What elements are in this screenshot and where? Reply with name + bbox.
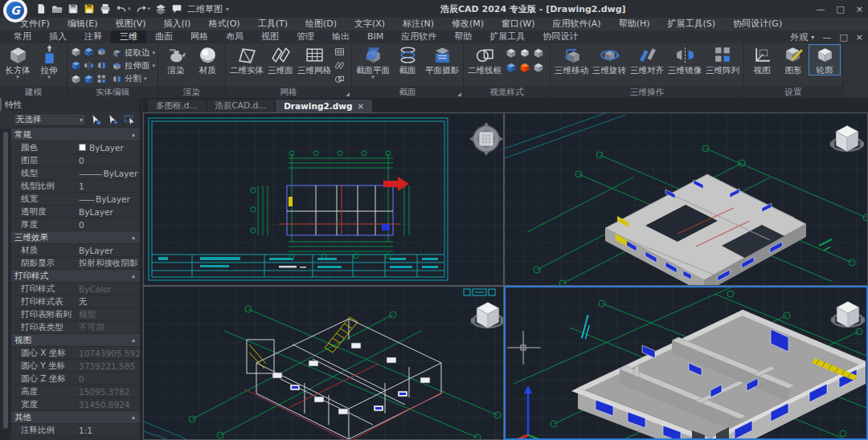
close-button[interactable]: × xyxy=(856,4,863,14)
qat-button[interactable]: ▾ xyxy=(116,3,131,14)
property-row[interactable]: 阴影显示 投射和接收阴影 xyxy=(11,257,140,270)
ribbon-tab[interactable]: BIM xyxy=(358,31,392,43)
menu-item[interactable]: 应用软件(A) xyxy=(544,18,610,31)
ribbon-close-button[interactable]: × xyxy=(856,32,863,43)
ribbon-tab[interactable]: 布局 xyxy=(217,31,252,43)
ribbon-minimize-button[interactable]: — xyxy=(822,32,831,43)
ribbon-tab[interactable]: 视图 xyxy=(252,31,288,43)
ribbon-button[interactable]: 三维网格▾ xyxy=(296,45,333,75)
viewport-3d-shaded-top[interactable] xyxy=(504,112,868,286)
property-row[interactable]: 线型比例 1 xyxy=(11,180,140,193)
qat-button[interactable]: ▾ xyxy=(136,3,151,14)
qat-button[interactable]: ▾ xyxy=(35,3,47,14)
property-row[interactable]: 材质 ByLayer xyxy=(11,244,140,257)
menu-item[interactable]: 工具(T) xyxy=(249,18,297,31)
workspace-switcher[interactable]: 二维草图 ▾ xyxy=(187,3,229,15)
menu-item[interactable]: 帮助(H) xyxy=(610,18,659,31)
appearance-label[interactable]: 外观 xyxy=(790,31,808,43)
property-row[interactable]: 打印样式表 无 xyxy=(11,295,140,308)
collapse-icon[interactable]: ▴ xyxy=(132,272,135,279)
quick-select-button[interactable] xyxy=(122,113,137,126)
scrollbar-thumb[interactable] xyxy=(3,132,8,429)
panel-launcher-icon[interactable] xyxy=(346,92,350,96)
ribbon-button[interactable]: 材质▾ xyxy=(192,45,223,75)
chevron-down-icon[interactable]: ▾ xyxy=(144,75,147,82)
visual-style-gallery[interactable] xyxy=(504,45,547,75)
property-row[interactable]: 颜色 ByLayer xyxy=(11,141,140,154)
mesh-extra-icons[interactable] xyxy=(334,45,349,87)
property-row[interactable]: 圆心 Z 坐标 0 xyxy=(11,373,140,385)
viewcube[interactable] xyxy=(471,303,504,328)
qat-button[interactable]: ▾ xyxy=(51,3,63,14)
viewport-3d-wireframe[interactable] xyxy=(143,286,504,440)
property-row[interactable]: 打印表附着到 模型 xyxy=(11,308,140,321)
ribbon-tab[interactable]: 网格 xyxy=(182,31,217,43)
collapse-icon[interactable]: ▴ xyxy=(132,234,135,241)
palette-scrollbar[interactable] xyxy=(0,128,11,440)
ribbon-row-button[interactable]: 分割▾ xyxy=(112,72,155,85)
property-section-header[interactable]: 其他▴ xyxy=(11,411,140,424)
palette-title[interactable]: 特性 xyxy=(0,98,140,111)
chevron-down-icon[interactable]: ▾ xyxy=(47,75,51,80)
ribbon-button[interactable]: 二维实体▾ xyxy=(228,45,265,75)
view-compass[interactable] xyxy=(469,122,503,156)
ribbon-button[interactable]: 视图▾ xyxy=(747,45,777,75)
ribbon-tab[interactable]: 曲面 xyxy=(146,31,182,43)
menu-item[interactable]: 修改(M) xyxy=(443,18,493,31)
ribbon-button[interactable]: 图形▾ xyxy=(778,45,809,75)
viewcube[interactable] xyxy=(831,302,865,328)
ribbon-tab[interactable]: 插入 xyxy=(40,31,76,43)
property-row[interactable]: 线宽 ——ByLayer xyxy=(11,193,140,206)
ribbon-button[interactable]: 三维面▾ xyxy=(265,45,296,75)
chevron-down-icon[interactable]: ▾ xyxy=(811,34,814,41)
ribbon-button[interactable]: 截面▾ xyxy=(392,45,423,75)
viewcube[interactable] xyxy=(830,126,864,152)
ribbon-row-button[interactable]: 提取边▾ xyxy=(112,47,155,59)
chevron-down-icon[interactable]: ▾ xyxy=(128,6,131,12)
ribbon-tab[interactable]: 三维 xyxy=(111,31,146,43)
property-row[interactable]: 注释比例 1:1 xyxy=(11,424,140,437)
viewport-scale-badge[interactable] xyxy=(464,289,495,295)
qat-button[interactable]: ▾ xyxy=(171,3,182,14)
close-tab-icon[interactable]: × xyxy=(357,102,363,111)
document-tab[interactable]: Drawing2.dwg× xyxy=(276,100,372,112)
property-row[interactable]: 打印表类型 不可用 xyxy=(11,321,140,334)
menu-item[interactable]: 扩展工具(S) xyxy=(658,18,724,31)
property-row[interactable]: 打印样式 ByColor xyxy=(11,283,140,295)
ribbon-button[interactable]: 渲染▾ xyxy=(161,45,191,75)
selection-filter-combobox[interactable]: 无选择 ▾ xyxy=(13,113,86,126)
property-row[interactable]: 宽度 31450.8924 xyxy=(11,398,140,411)
ribbon-tab[interactable]: 扩展工具 xyxy=(481,31,534,43)
select-objects-button[interactable] xyxy=(105,113,120,126)
ribbon-restore-button[interactable]: □ xyxy=(839,32,847,43)
chevron-down-icon[interactable]: ▾ xyxy=(153,63,156,69)
ribbon-tab[interactable]: 帮助 xyxy=(445,31,481,43)
ribbon-tab[interactable]: 输出 xyxy=(323,31,358,43)
menu-item[interactable]: 文字(X) xyxy=(346,18,394,31)
toggle-pickadd-button[interactable] xyxy=(88,113,103,126)
property-row[interactable]: 圆心 X 坐标 10743905.5927 xyxy=(11,347,140,360)
ribbon-button[interactable]: 平面摄影▾ xyxy=(424,45,461,75)
property-section-header[interactable]: 打印样式▴ xyxy=(11,270,140,283)
chevron-down-icon[interactable]: ▾ xyxy=(371,75,375,80)
collapse-icon[interactable]: ▴ xyxy=(132,131,135,138)
property-section-header[interactable]: 视图▴ xyxy=(11,334,140,347)
property-row[interactable]: 圆心 Y 坐标 3739221.585 xyxy=(11,360,140,373)
property-section-header[interactable]: 常规▴ xyxy=(11,128,140,141)
menu-item[interactable]: 格式(O) xyxy=(199,18,248,31)
property-row[interactable]: 高度 15095.3782 xyxy=(11,385,140,398)
menu-item[interactable]: 窗口(W) xyxy=(493,18,543,31)
ribbon-button[interactable]: 二维线框▾ xyxy=(466,45,503,75)
chevron-down-icon[interactable]: ▾ xyxy=(148,6,151,12)
ribbon-row-button[interactable]: 拉伸面▾ xyxy=(112,59,155,72)
chevron-down-icon[interactable]: ▾ xyxy=(153,50,156,56)
collapse-icon[interactable]: ▴ xyxy=(132,414,135,421)
qat-button[interactable]: ▾ xyxy=(155,3,166,14)
viewport-floor-plan[interactable] xyxy=(143,112,504,286)
menu-item[interactable]: 标注(N) xyxy=(394,18,443,31)
menu-item[interactable]: 视图(V) xyxy=(106,18,154,31)
ribbon-button[interactable]: 三维阵列▾ xyxy=(704,45,741,75)
property-row[interactable]: 厚度 0 xyxy=(11,218,140,231)
ribbon-button[interactable]: 拉伸▾ xyxy=(34,45,64,80)
ribbon-tab[interactable]: 常用 xyxy=(5,31,40,43)
